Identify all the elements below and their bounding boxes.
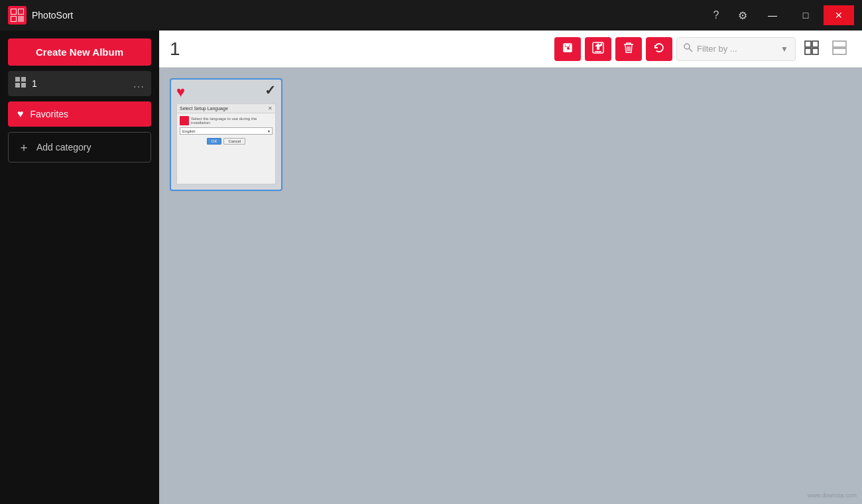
toolbar: 1 [159,31,862,68]
svg-rect-9 [21,77,26,82]
svg-rect-20 [805,41,811,47]
mini-dialog-body-text: Select the language to use during the in… [191,117,273,125]
main-layout: Create New Album 1 … ♥ Favorites ＋ [0,31,862,504]
help-button[interactable]: ? [704,5,728,25]
mini-dialog-select-arrow: ▾ [268,129,270,133]
close-icon: ✕ [835,10,843,21]
settings-icon: ⚙ [738,9,747,22]
svg-rect-6 [19,9,23,14]
svg-rect-7 [11,17,16,21]
heart-favorite-icon: ♥ [176,84,185,101]
mini-dialog-select-value: English [182,129,196,133]
svg-rect-22 [805,48,811,54]
filter-text: Filter by ... [697,44,776,54]
maximize-button[interactable]: □ [790,5,821,25]
sidebar: Create New Album 1 … ♥ Favorites ＋ [0,31,159,504]
list-view-icon [832,40,847,58]
mini-dialog-cancel-button[interactable]: Cancel [223,138,245,145]
export-button[interactable] [585,37,611,61]
filter-icon [684,43,693,54]
svg-rect-8 [15,77,20,82]
undo-button[interactable] [646,37,672,61]
save-icon [562,42,574,56]
mini-dialog: Select Setup Language ✕ Select the langu… [176,103,276,184]
maximize-icon: □ [803,10,808,21]
mini-dialog-close-icon: ✕ [268,105,273,111]
titlebar-controls: ? ⚙ — □ ✕ [704,5,854,25]
close-button[interactable]: ✕ [824,5,854,25]
checkmark-icon: ✓ [265,82,276,98]
save-button[interactable] [554,37,581,61]
titlebar: PhotoSort ? ⚙ — □ ✕ [0,0,862,31]
album-more-icon[interactable]: … [133,77,145,91]
minimize-icon: — [768,10,777,21]
heart-icon: ♥ [17,108,24,120]
svg-rect-24 [833,41,846,47]
album-number: 1 [170,38,180,60]
grid-view-button[interactable] [800,37,824,61]
svg-rect-21 [812,41,818,47]
trash-icon [623,42,634,56]
plus-icon: ＋ [18,139,30,155]
mini-dialog-title: Select Setup Language [180,106,228,111]
photo-thumbnail[interactable]: ♥ ✓ Select Setup Language ✕ Select the l… [170,78,282,191]
mini-dialog-row: Select the language to use during the in… [180,116,273,125]
undo-icon [653,42,665,56]
toolbar-right: Filter by ... ▼ [554,37,851,61]
filter-arrow-icon: ▼ [780,44,788,54]
photo-grid: ♥ ✓ Select Setup Language ✕ Select the l… [159,68,862,504]
svg-point-18 [684,44,690,49]
list-view-button[interactable] [828,37,851,61]
mini-dialog-buttons: OK Cancel [180,138,273,145]
export-icon [592,42,604,56]
album-item[interactable]: 1 … [8,71,151,96]
content-area: 1 [159,31,862,504]
delete-button[interactable] [615,37,642,61]
album-item-left: 1 [15,76,37,91]
add-category-label: Add category [36,142,92,153]
help-icon: ? [713,9,719,21]
settings-button[interactable]: ⚙ [731,5,755,25]
mini-dialog-body: Select the language to use during the in… [177,113,275,184]
svg-rect-4 [18,16,24,22]
titlebar-left: PhotoSort [8,6,73,25]
favorites-button[interactable]: ♥ Favorites [8,101,151,127]
grid-view-icon [804,40,819,58]
svg-rect-10 [15,83,20,88]
filter-container[interactable]: Filter by ... ▼ [676,37,796,61]
favorites-label: Favorites [31,109,69,119]
minimize-button[interactable]: — [757,5,788,25]
mini-dialog-titlebar: Select Setup Language ✕ [177,104,275,113]
app-logo-icon [8,6,27,25]
mini-dialog-app-icon [180,116,189,125]
mini-dialog-select[interactable]: English ▾ [180,127,273,135]
svg-rect-11 [21,83,26,88]
toolbar-left: 1 [170,38,180,60]
add-category-button[interactable]: ＋ Add category [8,132,151,162]
svg-rect-25 [833,48,846,54]
album-icon [15,76,27,91]
mini-dialog-ok-button[interactable]: OK [207,138,222,145]
create-new-album-button[interactable]: Create New Album [8,38,151,66]
app-title: PhotoSort [32,10,73,21]
album-label: 1 [32,78,37,89]
svg-rect-5 [11,9,16,14]
svg-line-19 [689,48,692,52]
watermark: www.downxia.com [808,492,857,499]
svg-rect-23 [812,48,818,54]
